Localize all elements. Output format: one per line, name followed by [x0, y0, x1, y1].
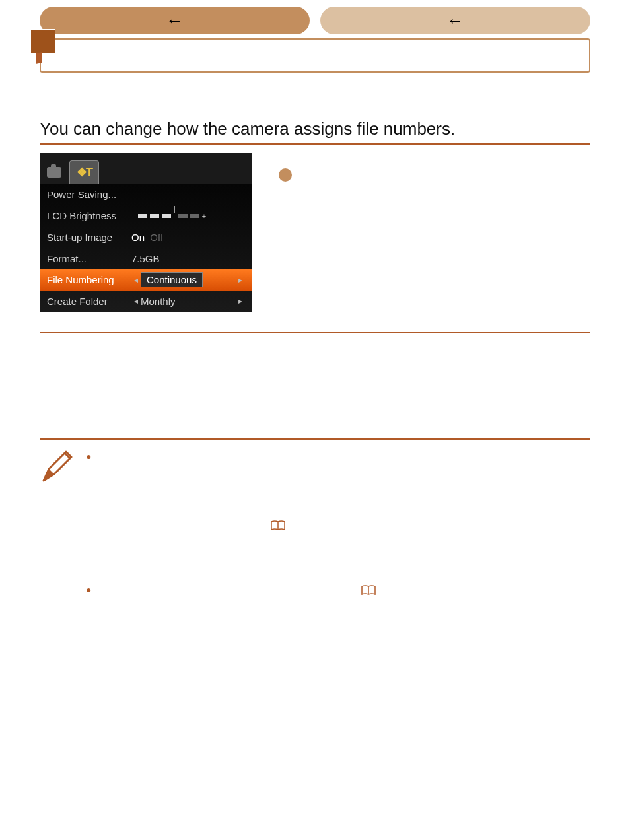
tab-camera: [40, 161, 68, 184]
menu-row-format: Format... 7.5GB: [40, 248, 252, 269]
menu-label: Create Folder: [47, 296, 131, 307]
menu-row-lcd-brightness: LCD Brightness – | +: [40, 205, 252, 226]
arrow-left-icon: ←: [447, 11, 464, 31]
menu-value: On Off: [131, 232, 245, 243]
menu-row-power-saving: Power Saving...: [40, 184, 252, 205]
notes-section: ● ●: [40, 438, 590, 651]
note-item: ●: [86, 584, 590, 598]
menu-value: ◂ Continuous ▸: [131, 272, 245, 287]
table-cell: [40, 365, 147, 413]
triangle-right-icon: ▸: [236, 297, 245, 306]
title-accent-icon: [36, 52, 42, 64]
page-title-bar: [40, 38, 590, 73]
camera-icon: [47, 167, 61, 178]
tab-tools: ❖T: [69, 160, 99, 184]
table-cell: [147, 333, 591, 365]
step-bullet-icon: [279, 168, 292, 182]
tools-icon: ❖T: [77, 165, 92, 180]
table-cell: [40, 333, 147, 365]
menu-row-startup-image: Start-up Image On Off: [40, 227, 252, 248]
menu-value: ◂ Monthly ▸: [131, 296, 245, 307]
camera-screenshot: ❖T Power Saving... LCD Brightness – | +: [40, 153, 252, 312]
intro-text: You can change how the camera assigns fi…: [40, 119, 590, 139]
menu-label: Power Saving...: [47, 189, 131, 200]
book-icon: [361, 585, 376, 596]
menu-row-create-folder: Create Folder ◂ Monthly ▸: [40, 291, 252, 312]
book-icon: [271, 520, 285, 531]
menu-value: 7.5GB: [131, 253, 245, 264]
divider: [40, 143, 590, 145]
menu-label: Start-up Image: [47, 232, 131, 243]
menu-label: Format...: [47, 253, 131, 264]
menu-label: LCD Brightness: [47, 210, 131, 221]
nav-back-button-2[interactable]: ←: [320, 7, 590, 34]
options-table: [40, 332, 590, 413]
title-square-icon: [30, 29, 55, 54]
nav-back-button-1[interactable]: ←: [40, 7, 310, 34]
note-item: ●: [86, 450, 590, 531]
menu-label: File Numbering: [47, 274, 131, 285]
table-cell: [147, 365, 591, 413]
brightness-bar: – | +: [131, 212, 245, 220]
menu-row-file-numbering: File Numbering ◂ Continuous ▸: [40, 269, 252, 290]
triangle-left-icon: ◂: [131, 297, 141, 306]
bullet-icon: ●: [86, 452, 91, 461]
arrow-left-icon: ←: [166, 11, 184, 31]
bullet-icon: ●: [86, 585, 91, 594]
pencil-icon: [40, 448, 73, 651]
triangle-left-icon: ◂: [131, 275, 141, 285]
triangle-right-icon: ▸: [236, 275, 245, 285]
